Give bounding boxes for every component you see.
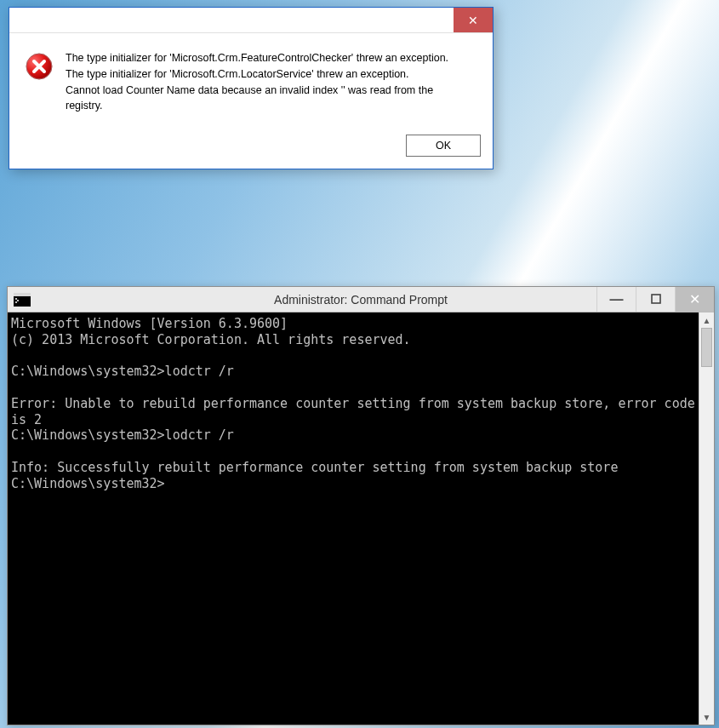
cmd-terminal[interactable]: Microsoft Windows [Version 6.3.9600] (c)… xyxy=(8,312,699,725)
command-prompt-window: Administrator: Command Prompt — ✕ Micros… xyxy=(7,286,715,725)
svg-rect-3 xyxy=(14,293,31,296)
svg-rect-6 xyxy=(15,301,17,303)
dialog-titlebar: ✕ xyxy=(9,8,493,33)
chevron-up-icon: ▲ xyxy=(703,316,711,325)
svg-rect-4 xyxy=(15,298,17,300)
dialog-message: The type initializer for 'Microsoft.Crm.… xyxy=(66,50,472,114)
cmd-client-area: Microsoft Windows [Version 6.3.9600] (c)… xyxy=(8,312,714,725)
close-icon: ✕ xyxy=(468,14,478,27)
scroll-down-button[interactable]: ▼ xyxy=(699,709,714,725)
scroll-up-button[interactable]: ▲ xyxy=(699,312,714,328)
dialog-body: The type initializer for 'Microsoft.Crm.… xyxy=(9,33,493,128)
desktop-background: ✕ The type initiali xyxy=(0,0,719,728)
svg-rect-5 xyxy=(17,300,19,301)
cmd-close-button[interactable]: ✕ xyxy=(675,287,714,312)
cmd-window-buttons: — ✕ xyxy=(596,287,714,312)
cmd-titlebar[interactable]: Administrator: Command Prompt — ✕ xyxy=(8,287,714,312)
scrollbar-thumb[interactable] xyxy=(701,328,712,367)
dialog-footer: OK xyxy=(9,128,493,169)
close-icon: ✕ xyxy=(689,291,700,307)
error-dialog: ✕ The type initiali xyxy=(9,7,494,169)
minimize-icon: — xyxy=(610,292,624,307)
ok-button[interactable]: OK xyxy=(406,135,481,157)
cmd-system-icon[interactable] xyxy=(13,292,31,307)
chevron-down-icon: ▼ xyxy=(703,713,711,722)
maximize-button[interactable] xyxy=(636,287,675,312)
cmd-scrollbar[interactable]: ▲ ▼ xyxy=(699,312,714,725)
svg-rect-7 xyxy=(652,295,660,303)
maximize-icon xyxy=(651,292,661,307)
scrollbar-track[interactable] xyxy=(699,328,714,709)
close-button[interactable]: ✕ xyxy=(454,8,493,32)
error-icon xyxy=(25,50,55,114)
minimize-button[interactable]: — xyxy=(596,287,636,312)
